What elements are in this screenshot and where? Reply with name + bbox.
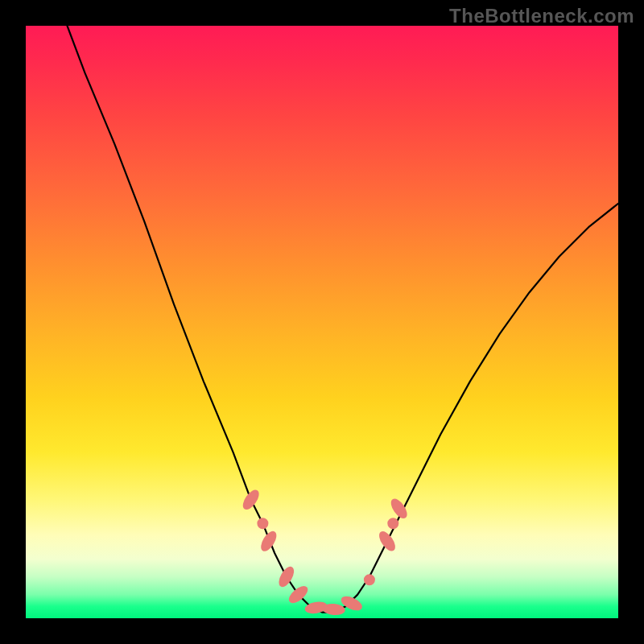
markers-layer (241, 489, 409, 615)
curve-layer (26, 26, 618, 618)
curve-marker (241, 489, 261, 511)
watermark-label: TheBottleneck.com (449, 5, 634, 27)
curve-marker (277, 565, 295, 588)
curve-marker (323, 604, 345, 615)
bottleneck-curve (68, 26, 619, 613)
curve-marker (258, 518, 267, 528)
chart-frame: TheBottleneck.com (0, 0, 644, 644)
curve-marker (259, 530, 279, 552)
curve-marker (378, 530, 398, 552)
curve-marker (388, 518, 398, 528)
curve-marker (365, 575, 374, 584)
plot-area (26, 26, 618, 618)
curve-marker (389, 497, 409, 520)
